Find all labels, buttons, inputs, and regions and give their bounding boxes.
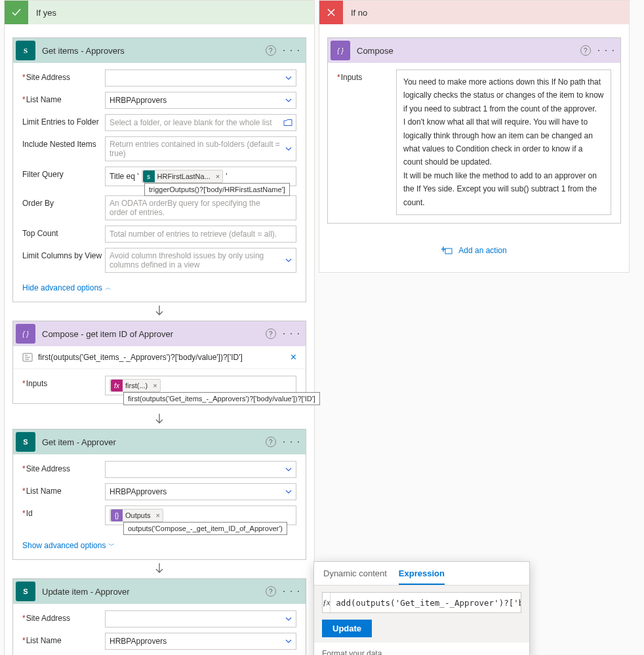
show-advanced-link[interactable]: Show advanced options ﹀ [22,541,115,550]
expression-input[interactable]: ƒx add(outputs('Get_item_-_Approver')?['… [322,592,521,613]
token-remove-icon[interactable]: × [213,172,222,180]
code-icon [22,353,33,362]
token-remove-icon[interactable]: × [150,382,159,389]
p2: I don't know what all that will require.… [403,115,604,169]
card-title: Compose [350,46,580,56]
add-action-icon [441,246,453,255]
tab-expression[interactable]: Expression [399,568,445,585]
token-label: first(...) [123,382,150,389]
list-name-label: List Name [22,92,105,104]
card-menu-icon[interactable]: · · · [597,45,615,56]
hide-advanced-link[interactable]: Hide advanced options ︿ [22,283,111,292]
sharepoint-icon: S [16,432,35,452]
if-no-branch: If no { } Compose ? · · · Inputs [319,0,630,273]
id-label: Id [22,506,105,518]
card-menu-icon[interactable]: · · · [283,436,300,448]
get-item-header[interactable]: S Get item - Approver ? · · · [13,429,306,454]
site-address-input[interactable] [105,461,296,478]
data-operation-icon: { } [16,324,35,344]
update-item-header[interactable]: S Update item - Approver ? · · · [13,579,306,604]
svg-text:{ }: { } [22,330,29,338]
if-yes-title: If yes [28,8,56,18]
p3: It will be much like the method to add t… [403,169,604,209]
site-address-input[interactable] [105,69,296,87]
data-operation-icon: {} [111,509,123,521]
expression-footer: Format your data [314,643,529,655]
peek-text: first(outputs('Get_items_-_Approvers')?[… [38,353,285,362]
card-title: Get item - Approver [35,437,266,447]
card-menu-icon[interactable]: · · · [283,45,300,56]
compose-id-card: { } Compose - get item ID of Approver ? … [12,321,306,404]
tab-dynamic-millions[interactable]: Dynamic content [323,568,387,585]
svg-text:{ }: { } [337,47,344,54]
card-title: Compose - get item ID of Approver [35,329,266,339]
list-name-input[interactable]: HRBPApprovers [105,483,296,500]
flow-arrow-icon [154,413,165,426]
expression-popup: Dynamic content Expression ƒx add(output… [313,561,530,655]
get-items-card: S Get items - Approvers ? · · · Site Add… [12,37,306,302]
nested-input[interactable]: Return entries contained in sub-folders … [105,136,296,161]
site-address-label: Site Address [22,610,105,623]
help-icon[interactable]: ? [266,586,276,597]
svg-text:S: S [23,587,28,595]
filter-label: Filter Query [22,167,105,179]
list-name-label: List Name [22,483,105,496]
compose-no-header[interactable]: { } Compose ? · · · [328,38,620,63]
limitcols-input[interactable]: Avoid column threshold issues by only us… [105,248,296,273]
fx-icon: ƒx [323,593,331,612]
chevron-down-icon: ﹀ [108,541,115,550]
compose-id-header[interactable]: { } Compose - get item ID of Approver ? … [13,321,306,346]
p1: You need to make more actions down this … [403,75,604,115]
orderby-input[interactable]: An ODATA orderBy query for specifying th… [105,195,296,220]
nested-label: Include Nested Items [22,136,105,149]
card-menu-icon[interactable]: · · · [283,586,300,597]
check-icon [5,1,28,24]
limit-folder-input[interactable]: Select a folder, or leave blank for the … [105,114,296,131]
add-action-button[interactable]: Add an action [441,237,506,264]
dynamic-token[interactable]: s HRFirstLastNa... × [142,170,224,183]
close-icon [319,1,343,24]
close-icon[interactable]: × [291,351,296,363]
update-button[interactable]: Update [322,620,372,637]
site-address-label: Site Address [22,461,105,473]
topcount-input[interactable]: Total number of entries to retrieve (def… [105,226,296,243]
help-icon[interactable]: ? [580,45,591,56]
peek-code-row: first(outputs('Get_items_-_Approvers')?[… [13,346,306,369]
sharepoint-icon: s [143,170,155,182]
if-no-title: If no [343,8,367,18]
card-title: Update item - Approver [35,587,266,597]
filter-prefix-text: Title eq ' [110,172,139,181]
help-icon[interactable]: ? [266,437,276,447]
flow-arrow-icon [154,563,165,576]
expression-token[interactable]: fx first(...) × [110,379,161,392]
limit-folder-label: Limit Entries to Folder [22,114,105,127]
compose-no-card: { } Compose ? · · · Inputs You need to m… [327,37,621,224]
compose-text-input[interactable]: You need to make more actions down this … [396,69,611,215]
token-tooltip: outputs('Compose_-_get_item_ID_of_Approv… [123,522,287,535]
help-icon[interactable]: ? [266,45,276,56]
dynamic-token[interactable]: {} Outputs × [110,509,163,522]
inputs-label: Inputs [337,69,396,82]
flow-arrow-icon [154,305,165,318]
update-item-card: S Update item - Approver ? · · · Site Ad… [12,578,306,655]
data-operation-icon: { } [331,41,350,60]
card-menu-icon[interactable]: · · · [283,328,300,340]
svg-text:S: S [23,438,28,446]
site-address-label: Site Address [22,69,105,82]
sharepoint-icon: S [16,582,35,601]
site-address-input[interactable] [105,610,296,627]
list-name-label: List Name [22,633,105,645]
help-icon[interactable]: ? [266,328,276,339]
token-remove-icon[interactable]: × [153,511,163,519]
get-items-header[interactable]: S Get items - Approvers ? · · · [13,38,306,63]
inputs-label: Inputs [22,376,105,388]
token-label: Outputs [123,511,153,519]
topcount-label: Top Count [22,226,105,238]
list-name-input[interactable]: HRBPApprovers [105,92,296,109]
card-title: Get items - Approvers [35,46,266,56]
fx-icon: fx [111,380,123,391]
svg-rect-7 [445,248,452,254]
limitcols-label: Limit Columns by View [22,248,105,260]
list-name-input[interactable]: HRBPApprovers [105,633,296,650]
token-tooltip: first(outputs('Get_items_-_Approvers')?[… [123,392,320,405]
